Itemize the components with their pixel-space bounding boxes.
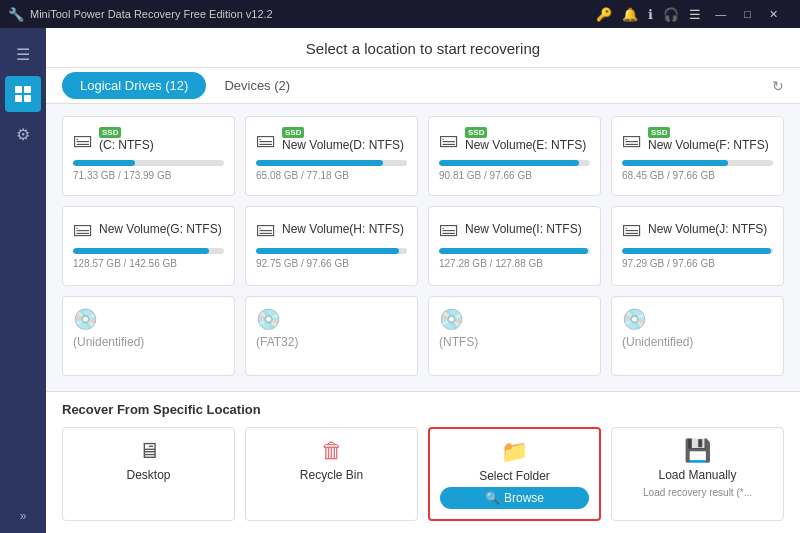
drive-progress-fill (256, 160, 383, 166)
drive-card-top: 💿 (439, 307, 590, 331)
drive-card-3[interactable]: 🖴 SSD New Volume(F: NTFS) 68.45 GB / 97.… (611, 116, 784, 196)
sidebar: ☰ ⚙ » (0, 28, 46, 533)
drive-size: 90.81 GB / 97.66 GB (439, 170, 590, 181)
folder-icon: 📁 (501, 439, 528, 465)
location-name: Load Manually (658, 468, 736, 482)
drive-size: 71.33 GB / 173.99 GB (73, 170, 224, 181)
drive-card-9[interactable]: 💿 (FAT32) (245, 296, 418, 376)
drive-icon: 💿 (73, 307, 98, 331)
title-icons: 🔑 🔔 ℹ 🎧 ☰ — □ ✕ (596, 7, 782, 22)
drive-card-top: 🖴 SSD New Volume(F: NTFS) (622, 127, 773, 152)
drive-size: 127.28 GB / 127.88 GB (439, 258, 590, 269)
drive-progress-bar (73, 248, 224, 254)
svg-rect-2 (15, 95, 22, 102)
drive-size: 92.75 GB / 97.66 GB (256, 258, 407, 269)
drive-card-top: 🖴 SSD New Volume(D: NTFS) (256, 127, 407, 152)
location-card-folder[interactable]: 📁 Select Folder 🔍 Browse (428, 427, 601, 521)
drive-label-group: New Volume(I: NTFS) (465, 222, 582, 236)
drive-name: (NTFS) (439, 335, 590, 349)
location-name: Recycle Bin (300, 468, 363, 482)
headphone-icon[interactable]: 🎧 (663, 7, 679, 22)
drive-badge: SSD (648, 127, 670, 138)
browse-button[interactable]: 🔍 Browse (440, 487, 589, 509)
drive-badge: SSD (282, 127, 304, 138)
location-card-desktop[interactable]: 🖥 Desktop (62, 427, 235, 521)
drive-name: New Volume(J: NTFS) (648, 222, 767, 236)
drive-card-6[interactable]: 🖴 New Volume(I: NTFS) 127.28 GB / 127.88… (428, 206, 601, 286)
page-header: Select a location to start recovering (46, 28, 800, 68)
info-icon[interactable]: ℹ (648, 7, 653, 22)
drive-label-group: SSD (C: NTFS) (99, 127, 154, 152)
drive-icon: 🖴 (73, 217, 93, 240)
drive-name: New Volume(D: NTFS) (282, 138, 404, 152)
drive-progress-fill (73, 160, 135, 166)
drive-icon: 🖴 (256, 128, 276, 151)
drive-card-top: 💿 (622, 307, 773, 331)
refresh-icon[interactable]: ↻ (772, 78, 784, 94)
sidebar-item-settings[interactable]: ⚙ (5, 116, 41, 152)
key-icon[interactable]: 🔑 (596, 7, 612, 22)
svg-rect-1 (24, 86, 31, 93)
sidebar-expand-button[interactable]: » (20, 509, 27, 533)
tab-logical-drives[interactable]: Logical Drives (12) (62, 72, 206, 99)
drive-icon: 💿 (439, 307, 464, 331)
drive-card-top: 🖴 New Volume(J: NTFS) (622, 217, 773, 240)
drive-progress-fill (439, 160, 579, 166)
drive-name: New Volume(I: NTFS) (465, 222, 582, 236)
drive-card-2[interactable]: 🖴 SSD New Volume(E: NTFS) 90.81 GB / 97.… (428, 116, 601, 196)
drive-card-8[interactable]: 💿 (Unidentified) (62, 296, 235, 376)
drive-progress-bar (439, 248, 590, 254)
location-grid: 🖥 Desktop 🗑 Recycle Bin 📁 Select Folder … (62, 427, 784, 521)
manual-icon: 💾 (684, 438, 711, 464)
drive-label-group: New Volume(G: NTFS) (99, 222, 222, 236)
location-card-recycle[interactable]: 🗑 Recycle Bin (245, 427, 418, 521)
drive-progress-fill (73, 248, 209, 254)
drive-icon: 💿 (256, 307, 281, 331)
drive-card-top: 💿 (73, 307, 224, 331)
location-card-manual[interactable]: 💾 Load Manually Load recovery result (*.… (611, 427, 784, 521)
drive-progress-bar (73, 160, 224, 166)
drive-card-top: 🖴 SSD (C: NTFS) (73, 127, 224, 152)
search-icon: 🔍 (485, 491, 500, 505)
drive-icon: 🖴 (439, 217, 459, 240)
drive-card-top: 💿 (256, 307, 407, 331)
drive-name: New Volume(H: NTFS) (282, 222, 404, 236)
drive-progress-fill (622, 248, 771, 254)
maximize-button[interactable]: □ (740, 8, 755, 20)
hamburger-icon[interactable]: ☰ (689, 7, 701, 22)
drive-card-7[interactable]: 🖴 New Volume(J: NTFS) 97.29 GB / 97.66 G… (611, 206, 784, 286)
titlebar: 🔧 MiniTool Power Data Recovery Free Edit… (0, 0, 800, 28)
recover-icon (13, 84, 33, 104)
sidebar-item-menu[interactable]: ☰ (5, 36, 41, 72)
tab-devices[interactable]: Devices (2) (206, 70, 308, 101)
app-title: MiniTool Power Data Recovery Free Editio… (30, 8, 596, 20)
drive-card-5[interactable]: 🖴 New Volume(H: NTFS) 92.75 GB / 97.66 G… (245, 206, 418, 286)
location-name: Desktop (126, 468, 170, 482)
drive-card-1[interactable]: 🖴 SSD New Volume(D: NTFS) 65.08 GB / 77.… (245, 116, 418, 196)
tab-bar: Logical Drives (12) Devices (2) ↻ (46, 68, 800, 104)
drive-card-0[interactable]: 🖴 SSD (C: NTFS) 71.33 GB / 173.99 GB (62, 116, 235, 196)
drive-badge: SSD (99, 127, 121, 138)
app-container: ☰ ⚙ » Select a location to start recover… (0, 28, 800, 533)
drive-card-11[interactable]: 💿 (Unidentified) (611, 296, 784, 376)
drive-icon: 💿 (622, 307, 647, 331)
drive-size: 97.29 GB / 97.66 GB (622, 258, 773, 269)
close-button[interactable]: ✕ (765, 8, 782, 21)
drive-size: 65.08 GB / 77.18 GB (256, 170, 407, 181)
sidebar-item-recover[interactable] (5, 76, 41, 112)
drive-icon: 🖴 (622, 217, 642, 240)
drive-icon: 🖴 (256, 217, 276, 240)
drive-progress-bar (622, 160, 773, 166)
drive-card-4[interactable]: 🖴 New Volume(G: NTFS) 128.57 GB / 142.56… (62, 206, 235, 286)
drive-card-10[interactable]: 💿 (NTFS) (428, 296, 601, 376)
drive-progress-bar (622, 248, 773, 254)
drive-size: 128.57 GB / 142.56 GB (73, 258, 224, 269)
minimize-button[interactable]: — (711, 8, 730, 20)
drive-label-group: New Volume(J: NTFS) (648, 222, 767, 236)
drive-label-group: SSD New Volume(D: NTFS) (282, 127, 404, 152)
drive-size: 68.45 GB / 97.66 GB (622, 170, 773, 181)
drive-progress-bar (439, 160, 590, 166)
drive-name: (Unidentified) (622, 335, 773, 349)
specific-section-title: Recover From Specific Location (62, 402, 784, 417)
bell-icon[interactable]: 🔔 (622, 7, 638, 22)
